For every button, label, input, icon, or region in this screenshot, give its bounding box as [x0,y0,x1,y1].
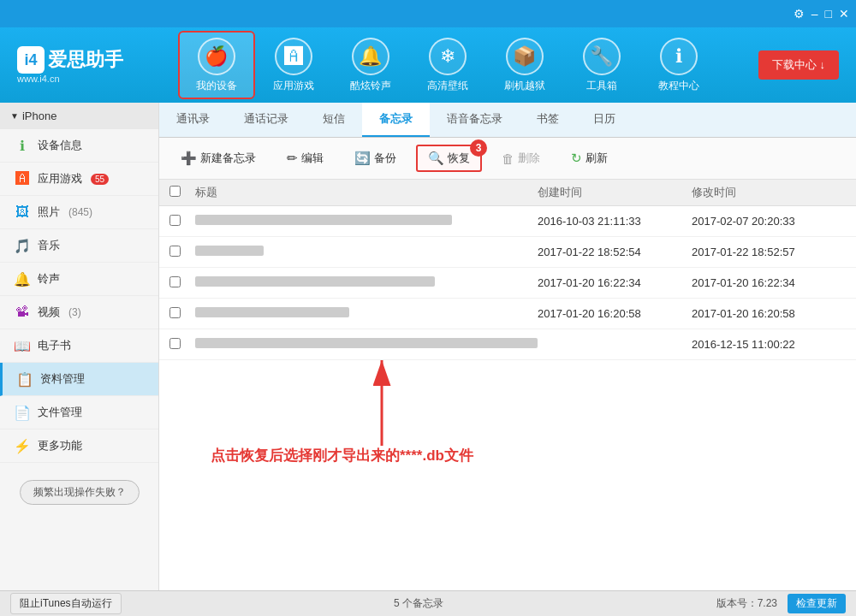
blurred-title-1 [195,215,452,225]
close-icon[interactable]: ✕ [839,7,849,21]
sidebar-item-ebooks[interactable]: 📖 电子书 [0,329,158,363]
row-modified-5: 2016-12-15 11:00:22 [692,338,846,351]
sidebar: ▼ iPhone ℹ 设备信息 🅰 应用游戏 55 🖼 照片 (845) 🎵 音… [0,103,159,590]
blurred-title-2 [195,246,264,256]
my-device-icon: 🍎 [198,38,235,75]
add-icon: ➕ [181,151,197,166]
restore-icon[interactable]: □ [825,7,832,21]
row-checkbox-4[interactable] [169,307,195,321]
jailbreak-icon: 📦 [506,38,544,75]
blurred-title-4 [195,307,349,317]
sidebar-item-device-info[interactable]: ℹ 设备信息 [0,129,158,163]
nav-jailbreak-label: 刷机越狱 [504,79,545,93]
nav-my-device[interactable]: 🍎 我的设备 [178,31,255,99]
sidebar-item-ringtones[interactable]: 🔔 铃声 [0,263,158,296]
row-title-3 [195,275,538,291]
blurred-title-3 [195,276,435,287]
nav-jailbreak[interactable]: 📦 刷机越狱 [486,31,563,99]
tab-notes[interactable]: 备忘录 [362,103,430,137]
row-created-4: 2017-01-20 16:20:58 [538,307,692,320]
header-title: 标题 [195,185,538,200]
freq-fail-button[interactable]: 频繁出现操作失败？ [20,480,140,505]
ringtones-icon: 🔔 [352,38,389,75]
sidebar-item-videos-label: 视频 [38,305,60,320]
iphone-label: iPhone [22,110,56,122]
restore-button[interactable]: 🔍 恢复 3 [416,145,482,172]
nav-tutorial-label: 教程中心 [658,79,699,93]
ebooks-sidebar-icon: 📖 [14,337,31,354]
tab-voice-notes[interactable]: 语音备忘录 [430,103,520,137]
sidebar-item-file-manage-label: 文件管理 [38,405,82,420]
sidebar-item-videos[interactable]: 📽 视频 (3) [0,296,158,329]
select-all-checkbox[interactable] [169,186,181,197]
photos-count: (845) [68,206,92,218]
table-row[interactable]: 2017-01-20 16:20:58 2017-01-20 16:20:58 [159,299,856,329]
check-update-button[interactable]: 检查更新 [788,594,846,613]
logo-badge: i4 [17,46,45,74]
sidebar-item-apps-games-label: 应用游戏 [38,171,82,187]
row-modified-3: 2017-01-20 16:22:34 [692,276,846,289]
tab-calendar[interactable]: 日历 [576,103,633,137]
sidebar-item-more-features[interactable]: ⚡ 更多功能 [0,429,158,463]
nav-apps-games[interactable]: 🅰 应用游戏 [255,31,332,99]
backup-icon: 🔄 [354,151,371,166]
row-created-2: 2017-01-22 18:52:54 [538,246,692,258]
table-row[interactable]: 2017-01-22 18:52:54 2017-01-22 18:52:57 [159,237,856,268]
tab-bookmarks[interactable]: 书签 [520,103,576,137]
nav-ringtones[interactable]: 🔔 酷炫铃声 [332,31,409,99]
delete-button[interactable]: 🗑 删除 [490,145,551,171]
block-itunes-button[interactable]: 阻止iTunes自动运行 [10,593,122,614]
device-info-icon: ℹ [14,137,31,154]
version-label: 版本号：7.23 [716,596,777,611]
nav-toolbox[interactable]: 🔧 工具箱 [563,31,640,99]
new-note-button[interactable]: ➕ 新建备忘录 [169,145,267,171]
toolbar: ➕ 新建备忘录 ✏ 编辑 🔄 备份 🔍 恢复 3 🗑 删除 [159,138,856,180]
edit-button[interactable]: ✏ 编辑 [276,145,335,171]
download-center-button[interactable]: 下载中心 ↓ [758,50,839,80]
row-checkbox-1[interactable] [169,215,195,228]
nav-ringtones-label: 酷炫铃声 [350,79,391,93]
nav-tutorial[interactable]: ℹ 教程中心 [640,31,717,99]
sidebar-item-music-label: 音乐 [38,238,60,253]
nav-wallpaper[interactable]: ❄ 高清壁纸 [409,31,486,99]
notes-count: 5 个备忘录 [394,596,443,611]
logo-title: 爱思助手 [48,47,123,73]
edit-label: 编辑 [301,151,324,166]
backup-button[interactable]: 🔄 备份 [343,145,407,171]
table-row[interactable]: 2016-10-03 21:11:33 2017-02-07 20:20:33 [159,206,856,237]
row-created-1: 2016-10-03 21:11:33 [538,215,692,228]
toolbox-icon: 🔧 [583,38,621,75]
tab-contacts[interactable]: 通讯录 [159,103,227,137]
refresh-icon: ↻ [571,151,582,166]
row-title-1 [195,213,538,229]
tab-call-log[interactable]: 通话记录 [227,103,306,137]
row-checkbox-3[interactable] [169,276,195,290]
row-title-2 [195,244,538,260]
sidebar-device-label[interactable]: ▼ iPhone [0,103,158,129]
refresh-button[interactable]: ↻ 刷新 [560,145,619,171]
delete-icon: 🗑 [502,151,514,166]
row-checkbox-2[interactable] [169,246,195,259]
logo-subtitle: www.i4.cn [17,74,60,84]
statusbar: 阻止iTunes自动运行 5 个备忘录 版本号：7.23 检查更新 [0,590,856,616]
tab-sms[interactable]: 短信 [306,103,362,137]
apps-games-badge: 55 [91,174,109,185]
row-checkbox-5[interactable] [169,338,195,352]
data-manage-sidebar-icon: 📋 [16,370,33,388]
sidebar-item-music[interactable]: 🎵 音乐 [0,229,158,263]
row-modified-2: 2017-01-22 18:52:57 [692,246,846,258]
file-manage-sidebar-icon: 📄 [14,404,31,421]
more-features-sidebar-icon: ⚡ [14,437,31,454]
table-row[interactable]: 2017-01-20 16:22:34 2017-01-20 16:22:34 [159,268,856,299]
tab-bar: 通讯录 通话记录 短信 备忘录 语音备忘录 书签 日历 [159,103,856,138]
sidebar-item-photos[interactable]: 🖼 照片 (845) [0,196,158,229]
videos-count: (3) [68,306,81,318]
sidebar-item-file-manage[interactable]: 📄 文件管理 [0,396,158,429]
videos-sidebar-icon: 📽 [14,304,31,321]
sidebar-item-data-manage[interactable]: 📋 资料管理 [0,363,158,396]
minimize-icon[interactable]: – [811,7,818,21]
sidebar-item-apps-games[interactable]: 🅰 应用游戏 55 [0,163,158,196]
chevron-down-icon: ▼ [10,111,19,121]
settings-icon[interactable]: ⚙ [794,7,805,21]
header-check [169,186,195,199]
